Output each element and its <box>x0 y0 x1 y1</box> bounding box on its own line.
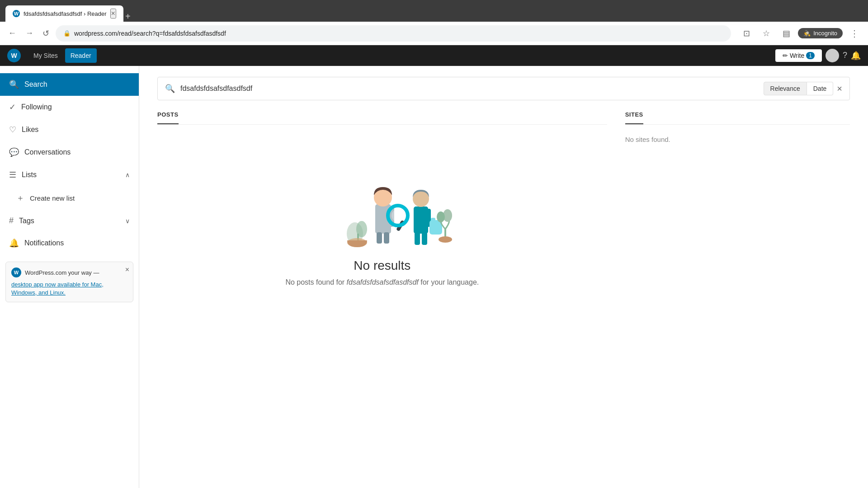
results-layout: POSTS <box>157 111 850 286</box>
no-results-query: fdsafdsfdsafsdfasdfsdf <box>347 278 419 286</box>
search-input[interactable] <box>180 84 764 93</box>
date-filter-button[interactable]: Date <box>807 82 834 95</box>
no-results-container: No results No posts found for fdsafdsfds… <box>157 132 607 286</box>
url-bar[interactable]: 🔒 wordpress.com/read/search?q=fdsafdsfds… <box>56 25 731 42</box>
sidebar-tags-label: Tags <box>19 217 125 225</box>
write-button[interactable]: ✏ Write 1 <box>775 49 822 62</box>
sidebar-item-notifications[interactable]: 🔔 Notifications <box>0 232 139 254</box>
svg-point-9 <box>392 209 404 222</box>
banner-link[interactable]: desktop app now available for Mac, Windo… <box>11 281 104 296</box>
sidebar-notifications-label: Notifications <box>24 239 64 247</box>
notification-banner: × W WordPress.com your way — desktop app… <box>5 262 133 302</box>
incognito-label: Incognito <box>813 30 837 37</box>
tab-close-button[interactable]: × <box>110 9 116 19</box>
sidebar-section-tags[interactable]: # Tags ∨ <box>0 210 139 232</box>
pencil-icon: ✏ <box>783 52 788 59</box>
plus-icon: ＋ <box>16 192 24 203</box>
svg-rect-11 <box>384 232 389 244</box>
sidebar-conversations-label: Conversations <box>24 148 71 156</box>
notifications-icon: 🔔 <box>9 238 19 248</box>
nav-bar: ← → ↺ 🔒 wordpress.com/read/search?q=fdsa… <box>0 22 868 45</box>
sidebar-item-following[interactable]: ✓ Following <box>0 96 139 118</box>
wp-topbar-nav: My Sites Reader <box>28 48 97 63</box>
sidebar-search-label: Search <box>24 80 47 89</box>
my-sites-button[interactable]: My Sites <box>28 48 63 63</box>
banner-header: W WordPress.com your way — <box>11 267 127 277</box>
reader-button[interactable]: Reader <box>65 48 97 63</box>
browser-chrome: W fdsafdsfdsafsdfasdfsdf › Reader × + <box>0 0 868 22</box>
no-results-subtitle: No posts found for fdsafdsfdsafsdfasdfsd… <box>285 278 479 286</box>
no-results-title: No results <box>354 258 410 273</box>
browser-tabs: W fdsafdsfdsafsdfasdfsdf › Reader × + <box>5 0 131 22</box>
relevance-filter-button[interactable]: Relevance <box>764 82 807 95</box>
svg-point-22 <box>439 236 452 243</box>
svg-rect-12 <box>414 206 428 234</box>
no-results-illustration <box>305 150 459 249</box>
sidebar-item-search[interactable]: 🔍 Search <box>0 73 139 96</box>
sites-tab[interactable]: SITES <box>625 111 643 124</box>
banner-title: WordPress.com your way — <box>25 269 99 276</box>
lists-icon: ☰ <box>9 170 16 180</box>
svg-point-20 <box>437 211 445 222</box>
create-list-button[interactable]: ＋ Create new list <box>0 186 139 210</box>
bell-icon[interactable]: 🔔 <box>851 51 861 61</box>
wp-topbar: W My Sites Reader ✏ Write 1 ? 🔔 <box>0 45 868 66</box>
active-tab[interactable]: W fdsafdsfdsafsdfasdfsdf › Reader × <box>5 5 123 22</box>
search-filters: Relevance Date <box>764 82 834 95</box>
svg-rect-18 <box>422 232 427 245</box>
sidebar-icon[interactable]: ▤ <box>778 25 794 42</box>
sidebar-item-likes[interactable]: ♡ Likes <box>0 118 139 141</box>
posts-tab-header: POSTS <box>157 111 607 125</box>
tags-chevron-icon: ∨ <box>125 217 130 225</box>
sidebar-item-conversations[interactable]: 💬 Conversations <box>0 141 139 164</box>
sidebar-likes-label: Likes <box>22 126 38 134</box>
no-results-prefix: No posts found for <box>285 278 346 286</box>
sites-tab-header: SITES <box>625 111 850 125</box>
no-sites-text: No sites found. <box>625 132 850 143</box>
sidebar: 🔍 Search ✓ Following ♡ Likes 💬 Conversat… <box>0 66 139 488</box>
sidebar-section-lists[interactable]: ☰ Lists ∧ <box>0 164 139 186</box>
write-count-badge: 1 <box>806 52 815 59</box>
nav-right: ⊡ ☆ ▤ 🕵 Incognito ⋮ <box>738 25 863 42</box>
back-button[interactable]: ← <box>5 27 19 40</box>
lock-icon: 🔒 <box>63 30 71 37</box>
content-search-icon: 🔍 <box>165 84 175 94</box>
user-avatar[interactable] <box>826 49 839 62</box>
tab-title: fdsafdsfdsafsdfasdfsdf › Reader <box>24 10 107 17</box>
tab-favicon: W <box>13 10 20 17</box>
help-icon[interactable]: ? <box>843 51 847 60</box>
search-clear-button[interactable]: × <box>837 84 842 94</box>
likes-icon: ♡ <box>9 125 16 135</box>
browser-menu-button[interactable]: ⋮ <box>846 25 863 42</box>
following-icon: ✓ <box>9 102 16 112</box>
no-results-svg <box>305 150 459 249</box>
lists-chevron-icon: ∧ <box>125 171 130 178</box>
wp-logo[interactable]: W <box>7 49 21 62</box>
url-text: wordpress.com/read/search?q=fdsafdsfdsaf… <box>74 30 226 37</box>
sidebar-following-label: Following <box>21 103 52 111</box>
posts-column: POSTS <box>157 111 625 286</box>
banner-close-button[interactable]: × <box>125 266 129 274</box>
forward-button[interactable]: → <box>23 27 36 40</box>
incognito-badge: 🕵 Incognito <box>798 28 843 38</box>
bookmark-icon[interactable]: ☆ <box>758 25 774 42</box>
incognito-avatar: 🕵 <box>803 30 811 37</box>
wp-topbar-right: ✏ Write 1 ? 🔔 <box>775 49 861 62</box>
sites-column: SITES No sites found. <box>625 111 850 286</box>
content-area: 🔍 Relevance Date × POSTS <box>139 66 868 488</box>
new-tab-button[interactable]: + <box>125 11 131 22</box>
cast-icon[interactable]: ⊡ <box>738 25 755 42</box>
posts-tab[interactable]: POSTS <box>157 111 179 124</box>
search-bar: 🔍 Relevance Date × <box>157 77 850 100</box>
tags-icon: # <box>9 216 14 225</box>
no-results-suffix: for your language. <box>419 278 479 286</box>
svg-rect-16 <box>431 218 435 221</box>
conversations-icon: 💬 <box>9 147 19 157</box>
sidebar-lists-label: Lists <box>22 171 125 179</box>
svg-rect-17 <box>415 232 420 245</box>
search-icon: 🔍 <box>9 80 19 89</box>
refresh-button[interactable]: ↺ <box>40 27 52 40</box>
main-layout: 🔍 Search ✓ Following ♡ Likes 💬 Conversat… <box>0 66 868 488</box>
banner-wp-logo: W <box>11 267 21 277</box>
create-list-label: Create new list <box>30 194 75 202</box>
